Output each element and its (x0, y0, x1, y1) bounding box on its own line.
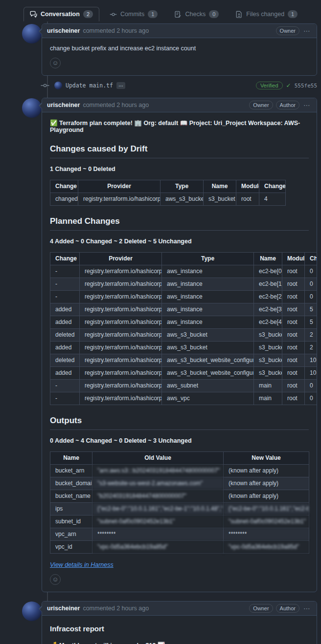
table-cell: registry.terraform.io/hashicorp/aws (80, 303, 162, 316)
table-cell: registry.terraform.io/hashicorp/aws (80, 342, 162, 354)
table-cell: registry.terraform.io/hashicorp/aws (80, 278, 162, 291)
comment-card-2: urischeiner commented 2 hours ago Owner … (42, 98, 317, 592)
table-header-cell: Type (162, 253, 254, 265)
table-cell: - (50, 278, 80, 291)
table-header-cell: Name (204, 180, 236, 193)
planned-table-scroll[interactable]: ChangeProviderTypeNameModuleChanges-regi… (50, 252, 317, 405)
table-cell: 0 (305, 291, 317, 303)
table-cell: vpc_arn (50, 528, 92, 541)
git-commit-icon (110, 11, 117, 18)
add-reaction-button[interactable]: ☺ (50, 58, 61, 68)
comment-meta: commented 2 hours ago (83, 605, 149, 612)
commit-ellipsis-button[interactable]: … (116, 82, 125, 89)
table-header-cell: Change (50, 180, 78, 193)
table-cell: ips (50, 503, 92, 515)
comment-meta: commented 2 hours ago (83, 102, 149, 108)
table-cell: ec2-be[1] (254, 278, 282, 291)
author-badge: Author (276, 101, 299, 109)
owner-badge: Owner (249, 101, 273, 109)
tab-commits[interactable]: Commits 1 (103, 7, 164, 21)
comment-header: urischeiner commented 2 hours ago Owner … (42, 24, 317, 38)
table-header-cell: Module (282, 253, 305, 265)
table-header-cell: Provider (80, 253, 162, 265)
table-cell: aws_s3_bucket (162, 329, 254, 342)
table-cell: root (282, 329, 305, 342)
table-cell: "vpc-0d5a364ebcb19a85d" (224, 541, 309, 554)
add-reaction-button[interactable]: ☺ (50, 574, 61, 585)
kebab-menu-icon[interactable]: ⋯ (302, 27, 312, 35)
table-cell: {"ec2-be-0":"10.0.1.161","ec2-be-1":"10.… (92, 503, 224, 515)
check-icon: ✓ (286, 82, 291, 89)
table-cell: added (50, 303, 80, 316)
table-cell: {"ec2-be-0":"10.0.1.161","ec2-be-1":"10.… (224, 503, 309, 515)
table-cell: 4 (259, 193, 286, 206)
table-cell: added (50, 316, 80, 329)
table-cell: main (254, 380, 282, 392)
table-cell: subnet_id (50, 515, 92, 528)
table-cell: 5 (305, 316, 317, 329)
pr-tab-bar: Conversation 2 Commits 1 Checks 0 Files … (0, 0, 321, 21)
table-cell: registry.terraform.io/hashicorp/aws (80, 329, 162, 342)
table-cell: 5 (305, 303, 317, 316)
git-commit-icon (39, 83, 51, 88)
table-cell: bucket_name (50, 490, 92, 503)
table-cell: 0 (305, 265, 317, 278)
table-cell: "subnet-0af0c0902452e13b1" (92, 515, 224, 528)
table-header-cell: Provider (78, 180, 160, 193)
table-row: deletedregistry.terraform.io/hashicorp/a… (50, 354, 317, 367)
checklist-icon (174, 11, 182, 18)
table-cell: root (282, 291, 305, 303)
kebab-menu-icon[interactable]: ⋯ (302, 604, 312, 612)
table-cell: aws_subnet (162, 380, 254, 392)
table-cell: "arn:aws:s3:::b2024031918484474800000007… (92, 465, 224, 477)
table-cell: 0 (305, 278, 317, 291)
table-header-cell: Name (254, 253, 282, 265)
table-row: ips{"ec2-be-0":"10.0.1.161","ec2-be-1":"… (50, 503, 309, 515)
tab-checks[interactable]: Checks 0 (168, 7, 225, 21)
outputs-section-title: Outputs (50, 416, 309, 430)
table-cell: registry.terraform.io/hashicorp/aws (80, 316, 162, 329)
table-cell: registry.terraform.io/hashicorp/aws (80, 265, 162, 278)
table-cell: changed (50, 193, 78, 206)
table-cell: aws_s3_bucket_website_configuration (162, 354, 254, 367)
tab-count-badge: 2 (83, 10, 93, 18)
commit-sha-link[interactable]: 555fe55 (295, 83, 317, 89)
table-cell: main (254, 392, 282, 405)
commit-title-link[interactable]: Update main.tf (66, 82, 113, 89)
table-header-cell: Module (236, 180, 259, 193)
table-row: -registry.terraform.io/hashicorp/awsaws_… (50, 291, 317, 303)
table-cell: aws_instance (162, 265, 254, 278)
table-cell: "subnet-0af0c0902452e13b1" (224, 515, 309, 528)
table-cell: ec2-be[4] (254, 316, 282, 329)
table-cell: added (50, 342, 80, 354)
table-cell: (known after apply) (224, 465, 309, 477)
table-cell: registry.terraform.io/hashicorp/aws (80, 291, 162, 303)
table-cell: aws_instance (162, 278, 254, 291)
avatar[interactable] (54, 82, 62, 89)
tab-files-changed[interactable]: Files changed 1 (229, 7, 304, 21)
table-cell: ec2-be[3] (254, 303, 282, 316)
table-header-cell: New Value (224, 452, 309, 465)
drift-section-title: Changes caused by Drift (50, 144, 309, 158)
table-cell: root (282, 392, 305, 405)
author-link[interactable]: urischeiner (47, 102, 80, 108)
tab-conversation[interactable]: Conversation 2 (23, 7, 99, 21)
table-cell: aws_instance (162, 303, 254, 316)
tab-count-badge: 0 (209, 10, 219, 18)
table-cell: root (282, 367, 305, 380)
kebab-menu-icon[interactable]: ⋯ (302, 101, 312, 109)
table-cell: aws_instance (162, 291, 254, 303)
planned-summary: 4 Added ~ 0 Changed ~ 2 Deleted ~ 5 Unch… (50, 238, 309, 245)
author-link[interactable]: urischeiner (47, 605, 80, 612)
table-row: changedregistry.terraform.io/hashicorp/a… (50, 193, 286, 206)
table-cell: ******** (224, 528, 309, 541)
table-cell: 10 (305, 354, 317, 367)
table-cell: bucket_domain (50, 477, 92, 490)
table-cell: added (50, 367, 80, 380)
verified-badge[interactable]: Verified (256, 82, 283, 89)
drift-table: ChangeProviderTypeNameModuleChangeschang… (50, 180, 286, 206)
table-cell: registry.terraform.io/hashicorp/aws (80, 354, 162, 367)
author-link[interactable]: urischeiner (47, 27, 80, 34)
view-details-link[interactable]: View details in Harness (50, 561, 114, 568)
table-row: bucket_domain"s3-website-us-west-2.amazo… (50, 477, 309, 490)
